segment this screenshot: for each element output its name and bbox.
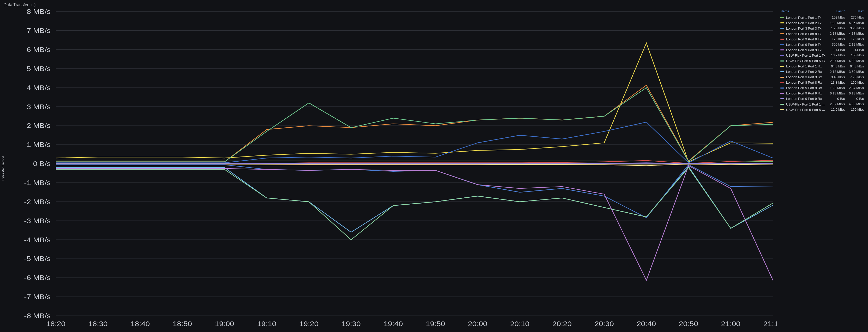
- plot-area[interactable]: 8 MB/s7 MB/s6 MB/s5 MB/s4 MB/s3 MB/s2 MB…: [6, 8, 777, 328]
- svg-text:20:00: 20:00: [468, 320, 487, 328]
- legend-series-last: 176 kB/s: [828, 36, 846, 42]
- info-icon[interactable]: i: [31, 3, 35, 7]
- legend-row[interactable]: London Port 3 Port 3 Tx1.25 kB/s3.25 kB/…: [779, 26, 865, 31]
- svg-text:18:20: 18:20: [46, 320, 65, 328]
- data-transfer-panel: Data Transfer i Bytes Per Second 8 MB/s7…: [0, 0, 868, 332]
- legend-series-max: 64.3 kB/s: [846, 63, 865, 69]
- svg-text:2 MB/s: 2 MB/s: [27, 122, 51, 130]
- legend-row[interactable]: London Port 9 Port 9 Rx1.22 MB/s2.84 MB/…: [779, 85, 865, 91]
- svg-text:20:20: 20:20: [553, 320, 572, 328]
- svg-text:6 MB/s: 6 MB/s: [27, 46, 51, 54]
- legend-series-max: 3.60 MB/s: [846, 69, 865, 74]
- legend-series-max: 4.00 MB/s: [846, 102, 865, 107]
- legend-header-name[interactable]: Name: [779, 8, 828, 15]
- legend-row[interactable]: London Port 1 Port 1 Tx109 kB/s276 kB/s: [779, 15, 865, 20]
- legend-series-last: 1.08 MB/s: [828, 20, 846, 26]
- legend-series-last: 64.3 kB/s: [828, 63, 846, 69]
- legend-row[interactable]: USW-Flex Port 5 Port 5 Rx12.9 kB/s150 kB…: [779, 107, 865, 112]
- legend-swatch: [780, 87, 784, 88]
- legend-series-max: 276 kB/s: [846, 15, 865, 20]
- legend-row[interactable]: London Port 2 Port 2 Tx1.08 MB/s6.35 MB/…: [779, 20, 865, 26]
- legend-swatch: [780, 44, 784, 45]
- legend-series-name: London Port 8 Port 8 Tx: [786, 32, 822, 36]
- legend-row[interactable]: London Port 9 Port 9 Tx300 kB/s2.19 MB/s: [779, 42, 865, 47]
- legend-series-last: 1.25 kB/s: [828, 26, 846, 31]
- legend-swatch: [780, 82, 784, 83]
- svg-text:21:10: 21:10: [763, 320, 777, 328]
- legend-swatch: [780, 28, 784, 29]
- legend-series-name: London Port 3 Port 3 Rx: [786, 75, 822, 79]
- legend-series-name: London Port 9 Port 9 Tx: [786, 37, 822, 41]
- svg-text:-4 MB/s: -4 MB/s: [24, 236, 51, 244]
- legend-row[interactable]: London Port 8 Port 8 Rx13.8 kB/s150 kB/s: [779, 80, 865, 85]
- chart-column: Bytes Per Second 8 MB/s7 MB/s6 MB/s5 MB/…: [1, 8, 777, 328]
- legend-series-max: 0 B/s: [846, 96, 865, 102]
- svg-text:-7 MB/s: -7 MB/s: [24, 293, 51, 301]
- legend-series-last: 300 kB/s: [828, 42, 846, 47]
- svg-text:-1 MB/s: -1 MB/s: [24, 179, 51, 187]
- legend-row[interactable]: USW-Flex Port 1 Port 1 Tx13.2 kB/s150 kB…: [779, 53, 865, 58]
- legend-row[interactable]: London Port 8 Port 8 Tx2.18 MB/s4.13 MB/…: [779, 31, 865, 36]
- legend-series-name: London Port 8 Port 8 Rx: [786, 81, 822, 84]
- legend-series-last: 2.07 MB/s: [828, 102, 846, 107]
- svg-text:-8 MB/s: -8 MB/s: [24, 312, 51, 320]
- legend-swatch: [780, 49, 784, 51]
- legend-header-last[interactable]: Last *: [828, 8, 846, 15]
- legend-swatch: [780, 98, 784, 99]
- legend-series-name: USW-Flex Port 1 Port 1 Tx: [786, 54, 825, 57]
- svg-text:19:40: 19:40: [384, 320, 403, 328]
- legend-row[interactable]: London Port 3 Port 3 Rx3.46 kB/s7.76 kB/…: [779, 74, 865, 80]
- legend-row[interactable]: USW-Flex Port 5 Port 5 Tx2.07 MB/s4.00 M…: [779, 58, 865, 63]
- legend-series-last: 109 kB/s: [828, 15, 846, 20]
- svg-text:19:50: 19:50: [426, 320, 445, 328]
- legend-series-max: 4.13 MB/s: [846, 31, 865, 36]
- legend-series-name: London Port 3 Port 3 Tx: [786, 27, 822, 30]
- legend-series-max: 6.13 MB/s: [846, 91, 865, 96]
- legend-swatch: [780, 17, 784, 18]
- legend-series-max: 150 kB/s: [846, 80, 865, 85]
- legend-table: Name Last * Max London Port 1 Port 1 Tx1…: [777, 8, 865, 328]
- svg-text:-5 MB/s: -5 MB/s: [24, 255, 51, 262]
- svg-text:18:40: 18:40: [130, 320, 150, 328]
- legend-series-last: 6.13 MB/s: [828, 91, 846, 96]
- legend-series-max: 2.14 B/s: [846, 47, 865, 53]
- panel-body: Bytes Per Second 8 MB/s7 MB/s6 MB/s5 MB/…: [0, 7, 868, 331]
- svg-text:19:30: 19:30: [341, 320, 361, 328]
- legend-swatch: [780, 38, 784, 39]
- svg-text:4 MB/s: 4 MB/s: [27, 84, 51, 91]
- legend-series-last: 0 B/s: [828, 96, 846, 102]
- legend-series-max: 6.35 MB/s: [846, 20, 865, 26]
- legend-row[interactable]: London Port 9 Port 9 Rx6.13 MB/s6.13 MB/…: [779, 91, 865, 96]
- legend-row[interactable]: London Port 9 Port 9 Tx176 kB/s176 kB/s: [779, 36, 865, 42]
- legend-series-name: USW-Flex Port 1 Port 1 Rx: [786, 102, 826, 106]
- legend-swatch: [780, 60, 784, 61]
- legend-series-last: 2.07 MB/s: [828, 58, 846, 63]
- legend-series-max: 150 kB/s: [846, 107, 865, 112]
- svg-text:20:30: 20:30: [595, 320, 614, 328]
- legend-row[interactable]: London Port 9 Port 9 Rx0 B/s0 B/s: [779, 96, 865, 102]
- legend-series-last: 13.8 kB/s: [828, 80, 846, 85]
- legend-row[interactable]: USW-Flex Port 1 Port 1 Rx2.07 MB/s4.00 M…: [779, 102, 865, 107]
- legend-row[interactable]: London Port 1 Port 1 Rx64.3 kB/s64.3 kB/…: [779, 63, 865, 69]
- legend-series-max: 4.00 MB/s: [846, 58, 865, 63]
- panel-header: Data Transfer i: [0, 0, 868, 7]
- svg-text:19:20: 19:20: [299, 320, 319, 328]
- legend-series-name: London Port 2 Port 2 Tx: [786, 21, 822, 25]
- legend-series-name: USW-Flex Port 5 Port 5 Rx: [786, 108, 826, 112]
- legend-row[interactable]: London Port 2 Port 2 Rx2.18 MB/s3.60 MB/…: [779, 69, 865, 74]
- svg-text:5 MB/s: 5 MB/s: [27, 64, 51, 72]
- svg-text:3 MB/s: 3 MB/s: [27, 103, 51, 110]
- legend-swatch: [780, 109, 784, 110]
- legend-header-max[interactable]: Max: [846, 8, 865, 15]
- svg-text:18:30: 18:30: [88, 320, 108, 328]
- plot-svg: 8 MB/s7 MB/s6 MB/s5 MB/s4 MB/s3 MB/s2 MB…: [6, 8, 777, 328]
- legend-swatch: [780, 22, 784, 23]
- legend-swatch: [780, 33, 784, 34]
- svg-text:20:50: 20:50: [679, 320, 698, 328]
- legend-series-name: London Port 9 Port 9 Rx: [786, 86, 822, 90]
- legend-row[interactable]: London Port 9 Port 9 Tx2.14 B/s2.14 B/s: [779, 47, 865, 53]
- svg-text:20:40: 20:40: [637, 320, 656, 328]
- svg-text:0 B/s: 0 B/s: [33, 160, 51, 168]
- legend-series-last: 12.9 kB/s: [828, 107, 846, 112]
- legend-series-last: 2.14 B/s: [828, 47, 846, 53]
